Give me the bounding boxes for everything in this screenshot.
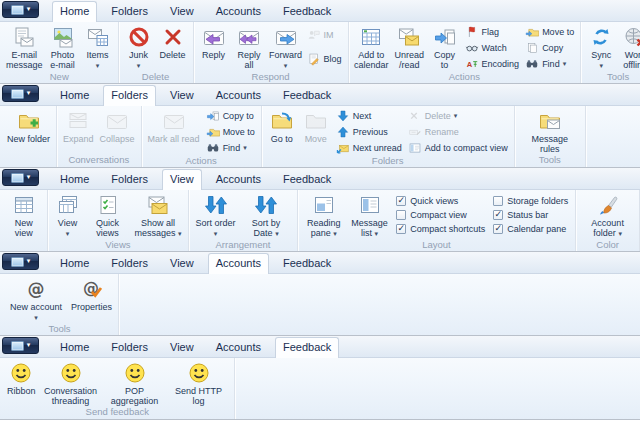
find-button[interactable]: Find▾ [523,56,576,71]
send-http-log-button[interactable]: Send HTTP log [167,360,231,406]
add-to-calendar-button[interactable]: Add to calendar [352,24,392,70]
new-folder-button[interactable]: New folder [4,108,53,144]
properties-button[interactable]: @Properties [68,276,115,312]
tab-home[interactable]: Home [52,85,97,105]
tab-home[interactable]: Home [52,1,97,22]
tab-folders[interactable]: Folders [103,337,156,357]
tab-home[interactable]: Home [52,337,97,357]
group-label: Actions [352,71,578,83]
tab-accounts[interactable]: Accounts [208,85,269,105]
tab-view[interactable]: View [162,85,202,105]
copy-button[interactable]: Copy [523,40,576,55]
chevron-down-icon: ▾ [563,60,567,68]
tab-view[interactable]: View [162,337,202,357]
flag-button[interactable]: Flag [463,24,522,39]
quick-views-checkbox[interactable]: ✓Quick views [396,194,485,207]
sort-by-date-button[interactable]: Sort by Date ▾ [239,192,294,239]
message-list-button[interactable]: Message list ▾ [347,192,392,239]
pop-aggregation-button[interactable]: POP aggregation [103,360,167,406]
button-label: Next [353,111,372,121]
small-button-column: FlagWatchAEncoding [463,24,522,71]
tab-accounts[interactable]: Accounts [208,253,269,274]
application-menu-button[interactable]: ▾ [2,337,39,354]
sort-order-button[interactable]: Sort order ▾ [192,192,238,239]
copy-to-button[interactable]: Copy to [428,24,462,70]
new-view-button[interactable]: New view [4,192,44,238]
button-label: IM [324,30,334,40]
compact-view-checkbox[interactable]: Compact view [396,208,485,221]
delete-button[interactable]: Delete [156,24,190,60]
show-all-messages-button[interactable]: Show all messages ▾ [131,192,186,239]
find-button[interactable]: Find▾ [204,140,257,155]
group-folders: Go toMoveNextPreviousNext unreadDelete▾R… [262,106,515,167]
tab-feedback[interactable]: Feedback [275,337,339,358]
chevron-down-icon: ▾ [178,230,182,238]
tab-view[interactable]: View [162,169,202,190]
view-button[interactable]: View▾ [51,192,85,239]
application-menu-button[interactable]: ▾ [2,253,39,270]
message-rules-button[interactable]: Message rules [518,108,582,154]
encoding-button[interactable]: AEncoding [463,56,522,71]
go-to-icon [270,109,294,133]
ribbon-button[interactable]: Ribbon [4,360,39,396]
tab-home[interactable]: Home [52,253,97,273]
button-label: Copy [542,43,563,53]
application-menu-button[interactable]: ▾ [2,169,39,186]
tab-feedback[interactable]: Feedback [275,169,339,189]
items-button[interactable]: Items▾ [81,24,115,71]
reading-pane-button[interactable]: Reading pane ▾ [301,192,347,239]
tab-folders[interactable]: Folders [103,169,156,189]
tab-view[interactable]: View [162,1,202,21]
previous-button[interactable]: Previous [334,124,404,139]
work-offline-button[interactable]: Work offline [618,24,640,70]
tab-accounts[interactable]: Accounts [208,1,269,21]
sync-button[interactable]: Sync▾ [584,24,618,71]
new-account-button[interactable]: @New account ▾ [4,276,68,323]
application-menu-button[interactable]: ▾ [2,1,39,18]
quick-views-button[interactable]: Quick views [85,192,131,238]
message-list-icon [358,193,382,217]
go-to-button[interactable]: Go to [265,108,299,144]
junk-button[interactable]: Junk▾ [122,24,156,71]
tab-folders[interactable]: Folders [103,253,156,273]
move-to-button[interactable]: Move to [204,124,257,139]
reply-all-button[interactable]: Reply all [231,24,268,70]
button-label: Find [542,59,560,69]
status-bar-checkbox[interactable]: ✓Status bar [493,208,568,221]
application-menu-button[interactable]: ▾ [2,85,39,102]
tab-folders[interactable]: Folders [103,1,156,21]
tab-folders[interactable]: Folders [103,85,156,106]
account-folder-button[interactable]: Account folder ▾ [579,192,636,239]
tab-accounts[interactable]: Accounts [208,169,269,189]
forward-button[interactable]: Forward▾ [268,24,304,71]
tab-accounts[interactable]: Accounts [208,337,269,357]
next-button[interactable]: Next [334,108,404,123]
conversation-threading-button[interactable]: Conversation threading [39,360,103,406]
watch-button[interactable]: Watch [463,40,522,55]
compact-shortcuts-checkbox[interactable]: ✓Compact shortcuts [396,222,485,235]
move-button: Move [299,108,333,144]
calendar-pane-checkbox[interactable]: ✓Calendar pane [493,222,568,235]
e-mail-message-button[interactable]: E-mail message [4,24,44,70]
photo-e-mail-button[interactable]: Photo e-mail [44,24,80,70]
storage-folders-checkbox[interactable]: Storage folders [493,194,568,207]
tab-feedback[interactable]: Feedback [275,1,339,21]
tab-view[interactable]: View [162,253,202,273]
tab-feedback[interactable]: Feedback [275,85,339,105]
flag-icon [465,25,479,39]
next-unread-button[interactable]: Next unread [334,140,404,155]
group-label [4,154,53,167]
copy-to-button[interactable]: Copy to [204,108,257,123]
chevron-down-icon: ▾ [27,90,31,97]
sort-by-date-icon [254,193,278,217]
reply-button[interactable]: Reply [197,24,231,60]
tab-home[interactable]: Home [52,169,97,189]
unread-read-button[interactable]: Unread /read [391,24,427,70]
move-to-button[interactable]: Move to [523,24,576,39]
blog-button[interactable]: Blog [305,52,344,67]
add-to-compact-view-button[interactable]: Add to compact view [406,140,510,155]
chevron-down-icon: ▾ [333,230,337,238]
button-label: Move [305,134,327,144]
tab-feedback[interactable]: Feedback [275,253,339,273]
ribbon-body: E-mail messagePhoto e-mailItems▾NewJunk▾… [0,22,640,83]
